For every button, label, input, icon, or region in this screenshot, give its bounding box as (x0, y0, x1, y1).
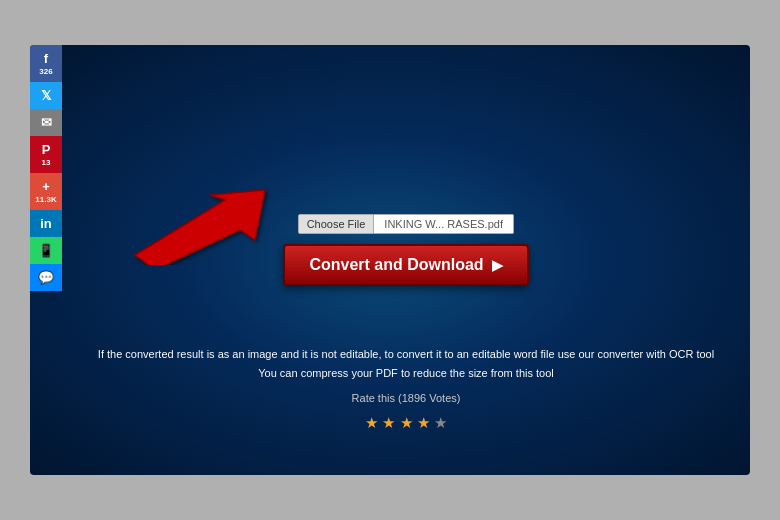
choose-file-button[interactable]: Choose File (298, 214, 375, 234)
star-2: ★ (382, 414, 395, 431)
rate-label: Rate this (1896 Votes) (62, 389, 750, 408)
convert-download-button[interactable]: Convert and Download ▶ (283, 244, 528, 286)
star-rating[interactable]: ★ ★ ★ ★ ★ (62, 410, 750, 436)
svg-marker-0 (135, 190, 265, 265)
main-content: Choose File INKING W... RASES.pdf Conver… (30, 45, 750, 475)
star-4: ★ (417, 414, 430, 431)
file-name-display: INKING W... RASES.pdf (374, 214, 514, 234)
star-5: ★ (434, 414, 447, 431)
convert-button-arrow: ▶ (492, 257, 503, 273)
info-line-2: You can compress your PDF to reduce the … (62, 364, 750, 383)
star-1: ★ (365, 414, 378, 431)
convert-button-label: Convert and Download (309, 256, 483, 274)
rate-area: Rate this (1896 Votes) ★ ★ ★ ★ ★ (62, 389, 750, 435)
star-3: ★ (400, 414, 413, 431)
file-input-area: Choose File INKING W... RASES.pdf (298, 214, 515, 234)
main-frame: f 326 𝕏 ✉ P 13 + 11.3K in 📱 💬 (30, 45, 750, 475)
red-arrow (125, 175, 285, 265)
info-text-area: If the converted result is as an image a… (62, 345, 750, 435)
info-line-1: If the converted result is as an image a… (62, 345, 750, 364)
